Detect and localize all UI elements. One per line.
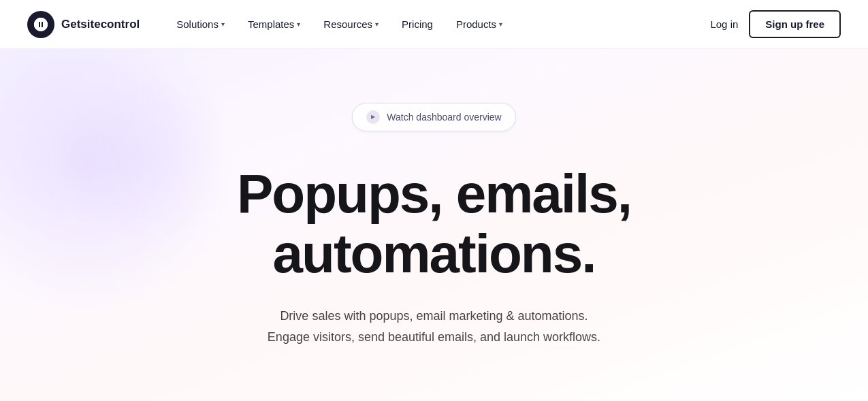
play-icon: ▶	[366, 110, 380, 124]
nav-products-label: Products	[456, 18, 496, 30]
chevron-down-icon: ▾	[499, 20, 502, 28]
nav-products[interactable]: Products ▾	[447, 13, 512, 35]
logo-svg	[33, 16, 49, 33]
hero-title: Popups, emails, automations.	[237, 164, 631, 284]
hero-title-line1: Popups, emails,	[237, 163, 631, 224]
chevron-down-icon: ▾	[375, 20, 379, 28]
watch-dashboard-label: Watch dashboard overview	[387, 112, 501, 123]
navbar: Getsitecontrol Solutions ▾ Templates ▾ R…	[0, 0, 868, 49]
nav-solutions-label: Solutions	[176, 18, 219, 30]
nav-resources[interactable]: Resources ▾	[314, 13, 388, 35]
login-link[interactable]: Log in	[710, 18, 738, 30]
logo-icon	[27, 11, 54, 38]
logo-link[interactable]: Getsitecontrol	[27, 11, 140, 38]
nav-templates-label: Templates	[248, 18, 294, 30]
nav-templates[interactable]: Templates ▾	[238, 13, 310, 35]
nav-pricing-label: Pricing	[402, 18, 433, 30]
hero-subtitle: Drive sales with popups, email marketing…	[268, 306, 600, 347]
hero-content: ▶ Watch dashboard overview Popups, email…	[237, 103, 631, 347]
chevron-down-icon: ▾	[221, 20, 225, 28]
hero-subtitle-line2: Engage visitors, send beautiful emails, …	[268, 330, 600, 344]
hero-section: ▶ Watch dashboard overview Popups, email…	[0, 49, 868, 401]
nav-links: Solutions ▾ Templates ▾ Resources ▾ Pric…	[167, 13, 710, 35]
nav-pricing[interactable]: Pricing	[392, 13, 443, 35]
watch-dashboard-button[interactable]: ▶ Watch dashboard overview	[352, 103, 515, 131]
hero-subtitle-line1: Drive sales with popups, email marketing…	[280, 309, 588, 323]
signup-button[interactable]: Sign up free	[749, 10, 841, 38]
nav-right: Log in Sign up free	[710, 10, 841, 38]
chevron-down-icon: ▾	[297, 20, 300, 28]
hero-title-line2: automations.	[273, 223, 596, 284]
nav-resources-label: Resources	[323, 18, 372, 30]
nav-solutions[interactable]: Solutions ▾	[167, 13, 234, 35]
logo-text: Getsitecontrol	[61, 18, 140, 31]
